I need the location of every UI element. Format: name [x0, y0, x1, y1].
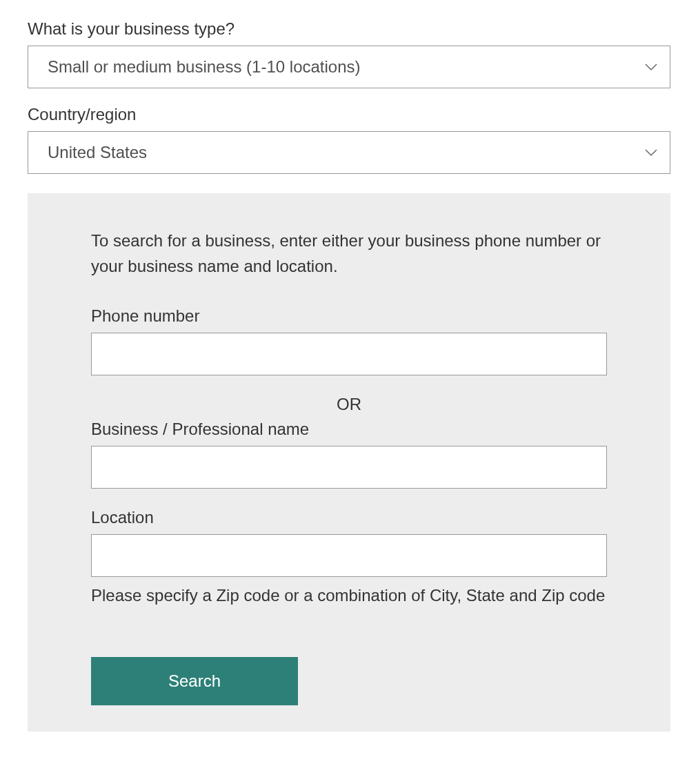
- phone-input[interactable]: [91, 333, 607, 375]
- business-name-label: Business / Professional name: [91, 420, 607, 439]
- business-name-input[interactable]: [91, 446, 607, 489]
- location-field: Location Please specify a Zip code or a …: [91, 508, 607, 608]
- country-select[interactable]: United States: [28, 131, 670, 174]
- search-instructions: To search for a business, enter either y…: [91, 228, 607, 279]
- location-input[interactable]: [91, 534, 607, 577]
- location-helper: Please specify a Zip code or a combinati…: [91, 582, 607, 608]
- business-type-select-wrapper: Small or medium business (1-10 locations…: [28, 46, 670, 88]
- business-type-value: Small or medium business (1-10 locations…: [48, 57, 361, 77]
- location-label: Location: [91, 508, 607, 527]
- business-type-label: What is your business type?: [28, 19, 670, 39]
- country-label: Country/region: [28, 105, 670, 124]
- search-button[interactable]: Search: [91, 657, 298, 705]
- country-field: Country/region United States: [28, 105, 670, 174]
- or-divider: OR: [91, 395, 607, 414]
- country-select-wrapper: United States: [28, 131, 670, 174]
- business-type-select[interactable]: Small or medium business (1-10 locations…: [28, 46, 670, 88]
- phone-field: Phone number: [91, 306, 607, 375]
- phone-label: Phone number: [91, 306, 607, 326]
- business-type-field: What is your business type? Small or med…: [28, 19, 670, 88]
- country-value: United States: [48, 143, 147, 162]
- business-name-field: Business / Professional name: [91, 420, 607, 489]
- search-panel: To search for a business, enter either y…: [28, 193, 670, 732]
